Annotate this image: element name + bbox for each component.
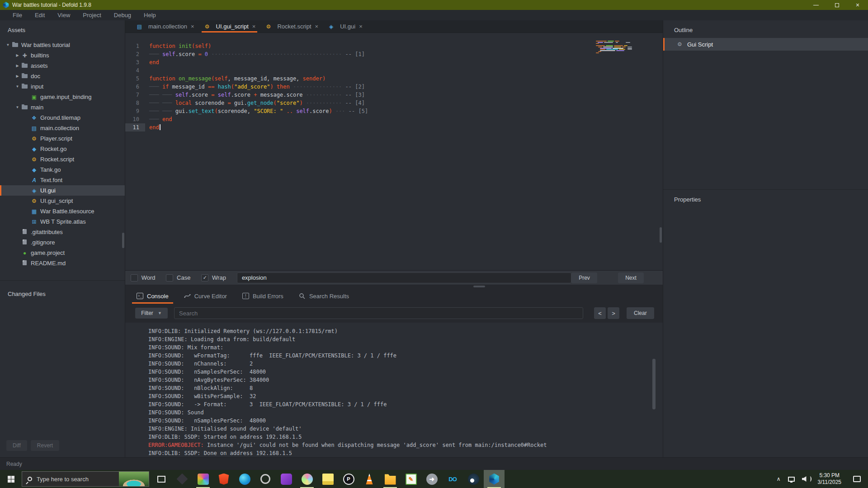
expand-open-icon[interactable]: ▼ [5, 43, 11, 47]
tab-curve-editor[interactable]: Curve Editor [179, 288, 232, 304]
splitter-grip[interactable] [473, 286, 485, 287]
editor-tab-ui-gui-script[interactable]: ⚙UI.gui_script× [199, 20, 260, 33]
tree-item-rocket-go[interactable]: ◆Rocket.go [0, 144, 125, 154]
masks-app[interactable] [276, 470, 297, 488]
console-next-button[interactable]: > [608, 307, 619, 319]
menu-file[interactable]: File [6, 12, 28, 19]
sidebar-splitter-handle[interactable] [122, 233, 124, 248]
expand-open-icon[interactable]: ▼ [14, 84, 21, 89]
edge-browser[interactable] [234, 470, 255, 488]
horizontal-splitter[interactable] [125, 285, 663, 288]
pureref-app[interactable]: P [338, 470, 359, 488]
code-line[interactable]: 7─── ─── self.score = self.score + messa… [125, 91, 663, 99]
tree-item-doc[interactable]: ▶doc [0, 71, 125, 81]
defold-app[interactable] [484, 470, 505, 488]
tab-build-errors[interactable]: ! Build Errors [237, 288, 289, 304]
tab-console[interactable]: >_ Console [131, 288, 174, 304]
menu-help[interactable]: Help [137, 12, 162, 19]
sync-ring-app[interactable] [255, 470, 276, 488]
unity-app[interactable] [172, 470, 193, 488]
editor-tab-main-collection[interactable]: ▤main.collection× [131, 20, 199, 33]
console-search-input[interactable] [174, 307, 583, 319]
code-line[interactable]: 9─── ─── gui.set_text(scorenode, "SCORE:… [125, 107, 663, 115]
menu-edit[interactable]: Edit [28, 12, 51, 19]
editor-splitter-handle[interactable] [660, 227, 662, 243]
taskbar-search-box[interactable]: Type here to search [22, 471, 149, 487]
tree-item-ground-tilemap[interactable]: ❖Ground.tilemap [0, 113, 125, 123]
notification-icon[interactable] [853, 476, 861, 482]
tree-item-main-collection[interactable]: ▤main.collection [0, 123, 125, 133]
expand-closed-icon[interactable]: ▶ [14, 74, 21, 78]
case-checkbox[interactable] [166, 274, 173, 282]
code-line[interactable]: 11end [125, 123, 663, 131]
update-arrow-app[interactable]: ➜ [421, 470, 442, 488]
expand-closed-icon[interactable]: ▶ [14, 64, 21, 68]
tree-item-main[interactable]: ▼main [0, 102, 125, 113]
taskbar-clock[interactable]: 5:30 PM 3/11/2025 [818, 472, 842, 486]
expand-closed-icon[interactable]: ▶ [14, 53, 21, 57]
todo-app[interactable]: DO [442, 470, 463, 488]
console-clear-button[interactable]: Clear [627, 307, 654, 319]
tree-item-builtins[interactable]: ▶✚builtins [0, 50, 125, 61]
vlc-player[interactable] [359, 470, 380, 488]
tree-item-rocket-script[interactable]: ⚙Rocket.script [0, 154, 125, 164]
brave-browser[interactable] [213, 470, 234, 488]
diff-button[interactable]: Diff [6, 440, 27, 451]
outline-item-gui-script[interactable]: ⚙ Gui Script [663, 38, 868, 51]
code-line[interactable]: 10─── end [125, 115, 663, 123]
close-tab-icon[interactable]: × [191, 23, 194, 30]
editor-tab-ui-gui[interactable]: ◈UI.gui× [323, 20, 367, 33]
code-line[interactable]: 1function init(self) [125, 42, 663, 50]
tree-item-player-script[interactable]: ⚙Player.script [0, 133, 125, 144]
code-line[interactable]: 6─── if message_id == hash("add_score") … [125, 83, 663, 91]
close-tab-icon[interactable]: × [315, 23, 319, 30]
paint-app[interactable] [297, 470, 317, 488]
find-next-button[interactable]: Next [618, 272, 644, 283]
sticky-notes-app[interactable] [317, 470, 338, 488]
editor-tab-rocket-script[interactable]: ⚙Rocket.script× [260, 20, 323, 33]
menu-debug[interactable]: Debug [108, 12, 137, 19]
tree-item-game-project[interactable]: ●game.project [0, 248, 125, 258]
maximize-button[interactable] [826, 0, 847, 10]
console-log[interactable]: INFO:DLIB: Initialized Remotery (ws://12… [125, 323, 663, 457]
wrap-checkbox[interactable]: ✓ [201, 274, 208, 282]
tab-search-results[interactable]: Search Results [293, 288, 354, 304]
code-line[interactable]: 3end [125, 58, 663, 66]
tree-item-wb-t-sprite-atlas[interactable]: ⊞WB T Sprite.atlas [0, 216, 125, 227]
console-prev-button[interactable]: < [594, 307, 606, 319]
tree-item-game-input-binding[interactable]: ▣game.input_binding [0, 92, 125, 102]
tree-item-readme-md[interactable]: README.md [0, 258, 125, 268]
menu-project[interactable]: Project [76, 12, 107, 19]
steam-app[interactable] [463, 470, 484, 488]
code-line[interactable]: 5function on_message(self, message_id, m… [125, 75, 663, 83]
revert-button[interactable]: Revert [31, 440, 59, 451]
file-explorer[interactable] [380, 470, 401, 488]
tree-item-gitignore[interactable]: .gitignore [0, 237, 125, 248]
find-prev-button[interactable]: Prev [571, 272, 597, 283]
code-line[interactable]: 8─── ─── local scorenode = gui.get_node(… [125, 99, 663, 107]
code-line[interactable]: 4 [125, 66, 663, 75]
tree-item-war-battles-tutorial[interactable]: ▼War battles tutorial [0, 40, 125, 50]
task-view-button[interactable] [151, 470, 172, 488]
blocks-app[interactable] [193, 470, 213, 488]
tree-item-tank-go[interactable]: ◆Tank.go [0, 164, 125, 175]
tree-item-input[interactable]: ▼input [0, 81, 125, 92]
find-input[interactable] [237, 272, 571, 283]
tree-item-war-battle-tilesource[interactable]: ▦War Battle.tilesource [0, 206, 125, 216]
tree-item-text-font[interactable]: AText.font [0, 175, 125, 185]
console-scrollbar[interactable] [652, 359, 656, 409]
notepad-app[interactable]: ✎ [401, 470, 421, 488]
minimize-button[interactable]: — [806, 0, 826, 10]
close-button[interactable]: × [847, 0, 868, 10]
tree-item-assets[interactable]: ▶assets [0, 61, 125, 71]
close-tab-icon[interactable]: × [359, 23, 363, 30]
filter-dropdown[interactable]: Filter ▼ [135, 308, 168, 319]
code-editor[interactable]: 1function init(self)2─── self.score = 0 … [125, 33, 663, 270]
start-button[interactable] [0, 470, 22, 488]
search-highlight-image[interactable] [119, 472, 149, 486]
tray-chevron-up-icon[interactable]: ∧ [777, 476, 781, 482]
tree-item-ui-gui-script[interactable]: ⚙UI.gui_script [0, 196, 125, 206]
network-icon[interactable] [788, 477, 795, 482]
close-tab-icon[interactable]: × [252, 23, 256, 30]
word-checkbox[interactable] [131, 274, 138, 282]
